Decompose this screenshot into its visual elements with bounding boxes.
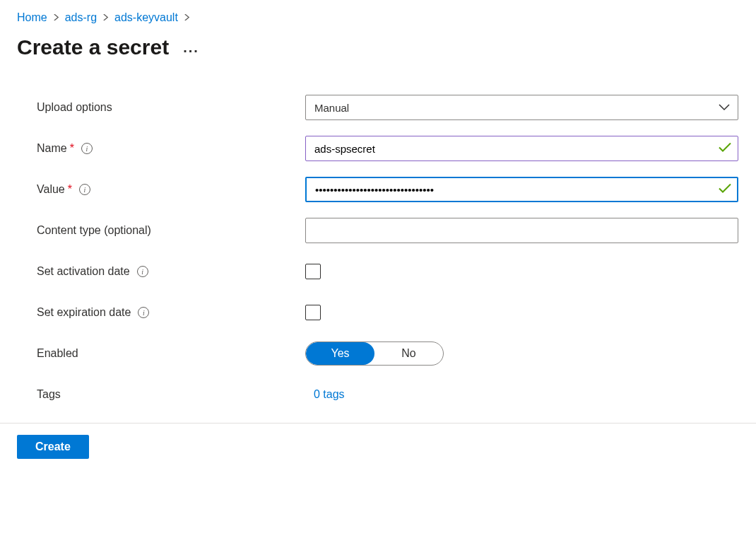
- enabled-no-option[interactable]: No: [374, 342, 443, 365]
- tags-link[interactable]: 0 tags: [314, 388, 345, 401]
- value-input[interactable]: [305, 177, 738, 202]
- label-content-type: Content type (optional): [37, 224, 305, 237]
- chevron-right-icon: [102, 13, 109, 23]
- row-value: Value * i: [37, 177, 739, 202]
- page-header: Create a secret ...: [0, 30, 756, 74]
- more-menu-icon[interactable]: ...: [183, 40, 199, 56]
- chevron-right-icon: [184, 13, 190, 23]
- breadcrumb-ads-keyvault[interactable]: ads-keyvault: [114, 11, 178, 24]
- label-upload-options: Upload options: [37, 101, 305, 114]
- form: Upload options Manual Name * i: [0, 74, 756, 407]
- upload-options-value: Manual: [314, 102, 349, 114]
- row-name: Name * i: [37, 136, 739, 161]
- info-icon[interactable]: i: [138, 307, 149, 318]
- page-title: Create a secret: [17, 35, 169, 59]
- label-enabled: Enabled: [37, 347, 305, 360]
- required-marker: *: [68, 183, 72, 196]
- label-value: Value * i: [37, 183, 305, 196]
- row-tags: Tags 0 tags: [37, 382, 739, 407]
- row-activation-date: Set activation date i: [37, 259, 739, 284]
- enabled-yes-option[interactable]: Yes: [306, 342, 374, 365]
- breadcrumb-ads-rg[interactable]: ads-rg: [65, 11, 97, 24]
- required-marker: *: [70, 142, 74, 155]
- expiration-date-checkbox[interactable]: [305, 305, 321, 320]
- activation-date-checkbox[interactable]: [305, 264, 321, 279]
- label-name: Name * i: [37, 142, 305, 155]
- name-input[interactable]: [305, 136, 738, 161]
- upload-options-select[interactable]: Manual: [305, 95, 738, 120]
- row-expiration-date: Set expiration date i: [37, 300, 739, 325]
- row-enabled: Enabled Yes No: [37, 341, 739, 366]
- content-type-input[interactable]: [305, 218, 738, 243]
- breadcrumb-home[interactable]: Home: [17, 11, 47, 24]
- create-button[interactable]: Create: [17, 435, 89, 459]
- footer-bar: Create: [0, 423, 756, 470]
- label-expiration-date: Set expiration date i: [37, 306, 305, 319]
- breadcrumb: Home ads-rg ads-keyvault: [0, 0, 756, 30]
- enabled-toggle[interactable]: Yes No: [305, 341, 444, 366]
- label-tags: Tags: [37, 388, 305, 401]
- info-icon[interactable]: i: [79, 184, 90, 195]
- row-content-type: Content type (optional): [37, 218, 739, 243]
- info-icon[interactable]: i: [81, 143, 93, 154]
- row-upload-options: Upload options Manual: [37, 95, 739, 120]
- chevron-right-icon: [53, 13, 59, 23]
- label-activation-date: Set activation date i: [37, 265, 305, 278]
- info-icon[interactable]: i: [137, 266, 148, 277]
